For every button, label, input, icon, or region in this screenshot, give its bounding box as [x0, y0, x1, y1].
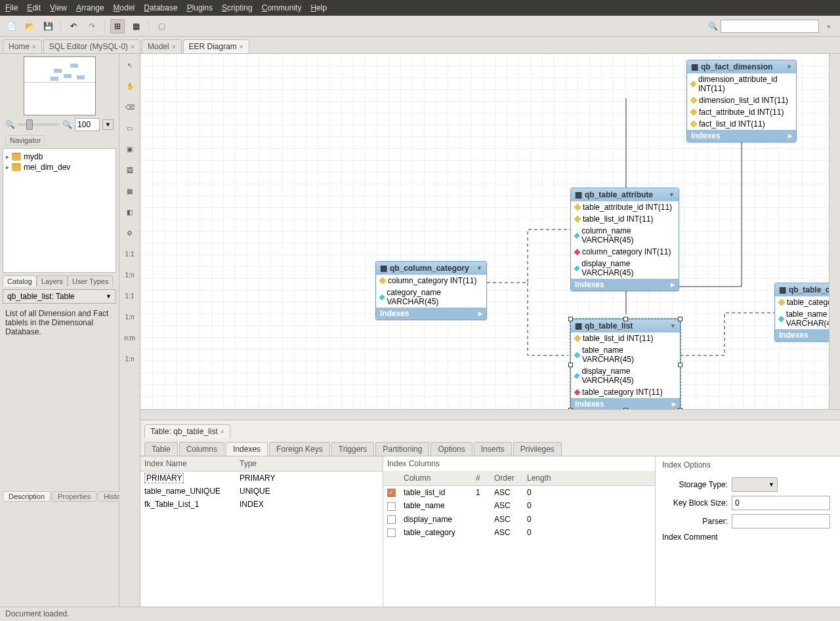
- tab-home[interactable]: Home×: [3, 39, 42, 53]
- zoom-slider[interactable]: [18, 123, 60, 126]
- close-icon[interactable]: ×: [240, 43, 243, 50]
- zoom-dropdown-icon[interactable]: ▼: [102, 119, 114, 130]
- table-tool-icon[interactable]: ▦: [123, 184, 137, 198]
- open-file-icon[interactable]: 📂: [22, 19, 37, 33]
- checkbox-icon[interactable]: [387, 489, 396, 497]
- doc-icon[interactable]: ▢: [154, 19, 169, 33]
- subtab-columns[interactable]: Columns: [179, 442, 224, 456]
- expand-icon[interactable]: ▸: [672, 399, 676, 409]
- close-icon[interactable]: ×: [131, 43, 135, 50]
- menu-database[interactable]: Database: [144, 3, 177, 12]
- erd-canvas[interactable]: ▦qb_fact_dimension▼ dimension_attribute_…: [140, 54, 840, 409]
- menu-plugins[interactable]: Plugins: [187, 3, 213, 12]
- tab-sql-editor[interactable]: SQL Editor (MySQL-0)×: [43, 39, 140, 53]
- index-col-row[interactable]: display_nameASC0: [383, 513, 655, 526]
- note-tool-icon[interactable]: ▣: [123, 142, 137, 156]
- tree-item-mydb[interactable]: ▸mydb: [6, 151, 113, 162]
- erd-table-qb-table-attribute[interactable]: ▦qb_table_attribute▼ table_attribute_id …: [570, 188, 679, 291]
- eraser-tool-icon[interactable]: ⌫: [123, 100, 137, 114]
- collapse-icon[interactable]: ▼: [670, 323, 676, 329]
- tree-item-mei-dim-dev[interactable]: ▸mei_dim_dev: [6, 162, 113, 172]
- tab-layers[interactable]: Layers: [37, 275, 68, 287]
- close-icon[interactable]: ×: [220, 428, 224, 435]
- tab-catalog[interactable]: Catalog: [3, 275, 37, 287]
- tab-properties[interactable]: Properties: [52, 491, 96, 502]
- hand-tool-icon[interactable]: ✋: [123, 79, 137, 93]
- index-row[interactable]: PRIMARYPRIMARY: [140, 471, 383, 485]
- menu-edit[interactable]: Edit: [27, 3, 41, 12]
- subtab-options[interactable]: Options: [430, 442, 472, 456]
- subtab-indexes[interactable]: Indexes: [226, 442, 268, 456]
- menu-model[interactable]: Model: [114, 3, 135, 12]
- subtab-privileges[interactable]: Privileges: [513, 442, 562, 456]
- parser-input[interactable]: [732, 514, 830, 529]
- routine-tool-icon[interactable]: ⚙: [123, 226, 137, 240]
- storage-type-select[interactable]: ▼: [732, 477, 778, 492]
- redo-icon[interactable]: ↷: [85, 19, 99, 33]
- catalog-tree[interactable]: ▸mydb ▸mei_dim_dev: [3, 148, 116, 273]
- search-go-icon[interactable]: ▫: [822, 19, 836, 33]
- undo-icon[interactable]: ↶: [66, 19, 81, 33]
- subtab-triggers[interactable]: Triggers: [331, 442, 375, 456]
- navigator-preview[interactable]: [24, 56, 96, 115]
- index-col-row[interactable]: table_categoryASC0: [383, 526, 655, 539]
- image-tool-icon[interactable]: 🖼: [123, 163, 137, 177]
- grid-toggle-icon[interactable]: ⊞: [110, 19, 125, 33]
- layer-tool-icon[interactable]: ▭: [123, 121, 137, 135]
- rel-11-icon[interactable]: 1:1: [123, 247, 137, 261]
- view-tool-icon[interactable]: ◧: [123, 205, 137, 219]
- erd-table-qb-table-category[interactable]: ▦qb_table_category▼ table_category INT(1…: [774, 283, 840, 342]
- grid2-icon[interactable]: ▦: [129, 19, 143, 33]
- save-icon[interactable]: 💾: [41, 19, 55, 33]
- tab-user-types[interactable]: User Types: [68, 275, 113, 287]
- expand-icon[interactable]: ▸: [671, 280, 675, 289]
- collapse-icon[interactable]: ▼: [476, 265, 482, 271]
- editor-tab[interactable]: Table: qb_table_list×: [144, 424, 230, 438]
- menu-view[interactable]: View: [50, 3, 67, 12]
- subtab-foreign-keys[interactable]: Foreign Keys: [269, 442, 330, 456]
- index-row[interactable]: fk_Table_List_1INDEX: [140, 498, 383, 511]
- new-file-icon[interactable]: 📄: [4, 19, 18, 33]
- menu-arrange[interactable]: Arrange: [76, 3, 104, 12]
- zoom-in-icon[interactable]: 🔍: [62, 120, 72, 129]
- tab-eer-diagram[interactable]: EER Diagram×: [183, 39, 249, 53]
- collapse-icon[interactable]: ▼: [786, 64, 792, 70]
- subtab-partitioning[interactable]: Partitioning: [375, 442, 429, 456]
- menu-community[interactable]: Community: [262, 3, 302, 12]
- expand-icon[interactable]: ▸: [478, 309, 482, 318]
- zoom-out-icon[interactable]: 🔍: [5, 120, 15, 129]
- index-list[interactable]: Index NameType PRIMARYPRIMARY table_name…: [140, 456, 383, 607]
- close-icon[interactable]: ×: [32, 43, 36, 50]
- checkbox-icon[interactable]: [387, 502, 396, 511]
- rel-1nb-icon[interactable]: 1:n: [123, 310, 137, 324]
- rel-11b-icon[interactable]: 1:1: [123, 289, 137, 303]
- index-columns[interactable]: Index Columns Column#OrderLength table_l…: [383, 456, 656, 607]
- rel-existing-icon[interactable]: 1:n: [123, 351, 137, 366]
- subtab-table[interactable]: Table: [144, 442, 178, 456]
- menu-scripting[interactable]: Scripting: [222, 3, 253, 12]
- key-block-size-input[interactable]: [732, 496, 830, 510]
- checkbox-icon[interactable]: [387, 529, 396, 537]
- index-col-row[interactable]: table_list_id1ASC0: [383, 486, 655, 500]
- menu-help[interactable]: Help: [310, 3, 327, 12]
- tab-description[interactable]: Description: [3, 491, 51, 502]
- index-col-row[interactable]: table_nameASC0: [383, 499, 655, 512]
- erd-table-qb-column-category[interactable]: ▦qb_column_category▼ column_category INT…: [375, 261, 487, 320]
- erd-table-qb-table-list[interactable]: ▦qb_table_list▼ table_list_id INT(11) ta…: [570, 319, 681, 409]
- collapse-icon[interactable]: ▼: [669, 191, 675, 198]
- cursor-tool-icon[interactable]: ↖: [123, 58, 137, 72]
- subtab-inserts[interactable]: Inserts: [474, 442, 512, 456]
- index-row[interactable]: table_name_UNIQUEUNIQUE: [140, 485, 383, 498]
- menu-file[interactable]: File: [5, 3, 18, 12]
- rel-1n-icon[interactable]: 1:n: [123, 268, 137, 282]
- checkbox-icon[interactable]: [387, 515, 396, 524]
- horizontal-scrollbar[interactable]: [140, 409, 840, 420]
- expand-icon[interactable]: ▸: [788, 131, 792, 140]
- object-combo[interactable]: qb_table_list: Table▼: [3, 289, 116, 304]
- close-icon[interactable]: ×: [172, 43, 176, 50]
- tab-model[interactable]: Model×: [142, 39, 182, 53]
- search-input[interactable]: [721, 20, 819, 33]
- zoom-input[interactable]: [75, 118, 100, 131]
- rel-nm-icon[interactable]: n:m: [123, 331, 137, 345]
- erd-table-qb-fact-dimension[interactable]: ▦qb_fact_dimension▼ dimension_attribute_…: [686, 60, 797, 142]
